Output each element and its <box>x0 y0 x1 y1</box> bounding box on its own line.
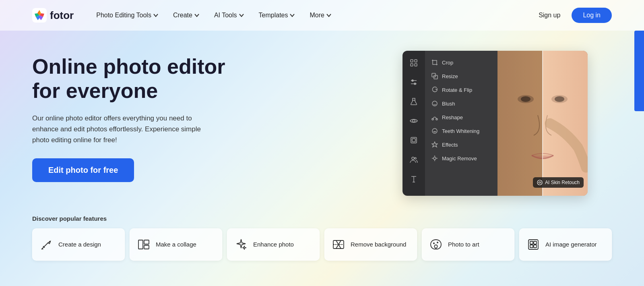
edit-photo-button[interactable]: Edit photo for free <box>32 158 134 182</box>
ai-gen-icon <box>526 237 541 252</box>
svg-rect-42 <box>138 240 143 249</box>
feature-label-create-design: Create a design <box>58 240 101 249</box>
logo-icon <box>32 8 47 23</box>
svg-rect-60 <box>534 245 537 248</box>
menu-item-blush[interactable]: Blush <box>425 97 497 110</box>
features-section: Discover popular features Create a desig… <box>0 204 644 261</box>
sidebar-icon-grid[interactable] <box>408 57 419 68</box>
feature-label-make-collage: Make a collage <box>156 240 196 249</box>
feature-card-make-collage[interactable]: Make a collage <box>130 228 222 261</box>
login-button[interactable]: Log in <box>572 8 612 23</box>
hero-text: Online photo editor for everyone Our onl… <box>32 51 225 182</box>
svg-point-10 <box>413 120 415 122</box>
chevron-down-icon <box>326 12 332 18</box>
svg-point-8 <box>414 83 416 85</box>
side-strip <box>634 31 644 111</box>
svg-marker-27 <box>432 142 438 147</box>
sidebar-icon-flask[interactable] <box>408 96 419 107</box>
chevron-down-icon <box>153 12 159 18</box>
svg-rect-3 <box>411 64 413 66</box>
svg-point-54 <box>433 242 435 244</box>
menu-item-effects[interactable]: Effects <box>425 138 497 151</box>
svg-point-55 <box>437 242 438 243</box>
main-content: Online photo editor for everyone Our onl… <box>0 31 644 204</box>
feature-card-photo-to-art[interactable]: Photo to art <box>422 228 514 261</box>
svg-rect-4 <box>415 64 417 66</box>
navbar: fotor Photo Editing Tools Create AI Tool… <box>0 0 644 31</box>
ai-skin-retouch-badge: AI Skin Retouch <box>533 177 584 188</box>
face-divider-line <box>542 51 543 196</box>
nav-item-photo-editing-tools[interactable]: Photo Editing Tools <box>90 8 165 22</box>
svg-point-46 <box>244 247 245 249</box>
ai-badge-icon <box>537 180 543 185</box>
svg-rect-2 <box>415 60 417 62</box>
feature-label-enhance-photo: Enhance photo <box>253 240 294 249</box>
menu-item-resize[interactable]: Resize <box>425 69 497 83</box>
nav-item-ai-tools[interactable]: AI Tools <box>208 8 251 22</box>
chevron-down-icon <box>289 12 295 18</box>
sidebar-icon-users[interactable] <box>408 154 419 165</box>
menu-item-teeth-whitening[interactable]: Teeth Whitening <box>425 124 497 138</box>
nav-links: Photo Editing Tools Create AI Tools Temp… <box>90 8 534 22</box>
menu-item-crop[interactable]: Crop <box>425 56 497 69</box>
editor-menu: Crop Resize Rotate & Flip <box>425 51 497 196</box>
hero-title: Online photo editor for everyone <box>32 55 225 103</box>
hero-subtitle: Our online photo editor offers everythin… <box>32 113 201 146</box>
face-right <box>543 51 588 196</box>
sidebar-icon-sliders[interactable] <box>408 77 419 88</box>
feature-card-enhance-photo[interactable]: Enhance photo <box>227 228 320 261</box>
nav-item-more[interactable]: More <box>303 8 338 22</box>
remove-bg-icon <box>331 237 346 252</box>
hero-image: Crop Resize Rotate & Flip <box>266 51 612 204</box>
svg-point-23 <box>432 128 437 133</box>
svg-point-41 <box>49 241 51 242</box>
svg-rect-44 <box>144 245 149 249</box>
nav-item-create[interactable]: Create <box>167 8 206 22</box>
svg-rect-12 <box>412 139 415 142</box>
feature-card-ai-image-generator[interactable]: AI image generator <box>519 228 612 261</box>
feature-card-remove-background[interactable]: Remove background <box>324 228 417 261</box>
svg-point-28 <box>433 157 436 160</box>
svg-rect-1 <box>411 60 413 62</box>
svg-rect-11 <box>411 137 417 143</box>
art-icon <box>429 237 443 252</box>
features-grid: Create a design Make a collage <box>32 228 612 261</box>
nav-item-templates[interactable]: Templates <box>252 8 302 22</box>
feature-label-ai-image-generator: AI image generator <box>545 240 597 249</box>
svg-rect-43 <box>144 240 149 244</box>
feature-label-remove-background: Remove background <box>351 240 406 249</box>
svg-point-37 <box>537 180 542 185</box>
face-left <box>497 51 543 196</box>
menu-item-magic-remove[interactable]: Magic Remove <box>425 151 497 165</box>
svg-line-38 <box>41 243 48 249</box>
editor-sidebar <box>402 51 425 196</box>
svg-line-40 <box>42 249 43 249</box>
sidebar-icon-text[interactable] <box>408 173 419 184</box>
feature-card-create-design[interactable]: Create a design <box>32 228 125 261</box>
enhance-icon <box>234 237 248 252</box>
svg-point-14 <box>415 158 416 159</box>
sidebar-icon-layers[interactable] <box>408 135 419 146</box>
signup-button[interactable]: Sign up <box>534 8 565 22</box>
collage-icon <box>136 237 151 252</box>
menu-item-rotate[interactable]: Rotate & Flip <box>425 83 497 97</box>
editor-mock: Crop Resize Rotate & Flip <box>402 51 588 196</box>
chevron-down-icon <box>194 12 200 18</box>
ai-badge-label: AI Skin Retouch <box>545 180 580 185</box>
feature-label-photo-to-art: Photo to art <box>448 240 479 249</box>
sidebar-icon-eye[interactable] <box>408 115 419 126</box>
nav-actions: Sign up Log in <box>534 8 612 23</box>
logo-text: fotor <box>50 9 74 22</box>
features-title: Discover popular features <box>32 215 612 222</box>
svg-rect-59 <box>530 245 533 248</box>
svg-rect-58 <box>534 241 537 244</box>
menu-item-reshape[interactable]: Reshape <box>425 110 497 124</box>
logo[interactable]: fotor <box>32 8 74 23</box>
svg-point-13 <box>412 157 414 160</box>
design-icon <box>39 237 54 252</box>
editor-canvas: AI Skin Retouch <box>497 51 588 196</box>
svg-rect-57 <box>530 241 533 244</box>
svg-point-6 <box>412 80 413 81</box>
chevron-down-icon <box>239 12 244 18</box>
